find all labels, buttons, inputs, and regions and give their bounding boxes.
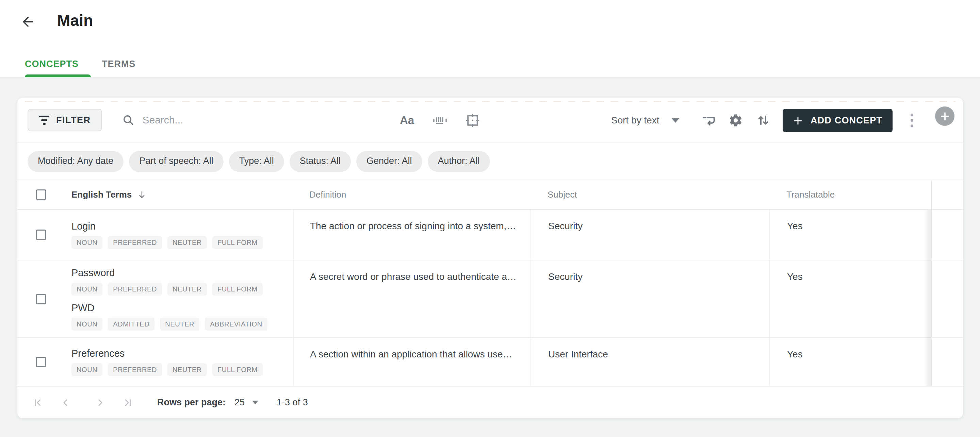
last-page-icon[interactable]: [120, 394, 136, 411]
back-button[interactable]: [19, 13, 37, 30]
term-status-tag: FULL FORM: [212, 236, 263, 249]
tab-bar: CONCEPTS TERMS: [25, 51, 136, 77]
term-text: PWD: [72, 302, 267, 313]
term-text: Login: [72, 221, 263, 232]
plus-icon: [793, 116, 803, 126]
column-header-subject[interactable]: Subject: [530, 180, 769, 209]
filter-chip[interactable]: Modified: Any date: [27, 151, 124, 172]
row-gutter: [931, 261, 963, 337]
filter-chip[interactable]: Type: All: [229, 151, 284, 172]
english-terms-cell[interactable]: PreferencesNOUNPREFERREDNEUTERFULL FORM: [18, 338, 293, 386]
plus-icon: [940, 111, 950, 121]
row-gutter: [931, 210, 963, 260]
arrow-down-icon: [137, 190, 147, 200]
wrap-text-icon[interactable]: [698, 98, 719, 143]
filter-chip[interactable]: Author: All: [428, 151, 490, 172]
translatable-cell: Yes: [769, 338, 931, 386]
tab-terms[interactable]: TERMS: [102, 51, 136, 77]
definition-cell: A secret word or phrase used to authenti…: [293, 261, 530, 337]
rows-per-page-label: Rows per page:: [157, 397, 226, 408]
toolbar: FILTER Aa Sort by text ADD CONCE: [18, 98, 963, 143]
subject-cell: Security: [530, 210, 769, 260]
table-body: LoginNOUNPREFERREDNEUTERFULL FORMThe act…: [18, 210, 963, 386]
term-status-tag: PREFERRED: [108, 283, 162, 296]
table-row: LoginNOUNPREFERREDNEUTERFULL FORMThe act…: [18, 210, 963, 261]
chevron-down-icon: [252, 400, 258, 404]
sort-by-dropdown[interactable]: Sort by text: [611, 98, 679, 143]
sort-by-label: Sort by text: [611, 115, 659, 126]
filter-chip-bar: Modified: Any datePart of speech: AllTyp…: [18, 143, 963, 180]
term-entry: LoginNOUNPREFERREDNEUTERFULL FORM: [72, 221, 263, 249]
terms-list: LoginNOUNPREFERREDNEUTERFULL FORM: [72, 221, 263, 249]
filter-chip[interactable]: Part of speech: All: [129, 151, 224, 172]
term-status-tag: ADMITTED: [108, 318, 154, 331]
row-checkbox[interactable]: [36, 357, 46, 367]
definition-cell: The action or process of signing into a …: [293, 210, 530, 260]
terms-list: PasswordNOUNPREFERREDNEUTERFULL FORMPWDN…: [72, 267, 267, 331]
term-entry: PreferencesNOUNPREFERREDNEUTERFULL FORM: [72, 348, 263, 376]
term-status-tag: NEUTER: [167, 236, 207, 249]
tab-concepts-label: CONCEPTS: [25, 59, 79, 69]
match-case-icon[interactable]: Aa: [397, 98, 417, 143]
search-icon: [122, 114, 135, 127]
row-gutter: [931, 338, 963, 386]
sort-arrows-icon[interactable]: [753, 98, 773, 143]
search-input[interactable]: [142, 114, 305, 126]
table-header-gutter: [931, 180, 963, 209]
term-status-tag: PREFERRED: [108, 236, 162, 249]
gear-icon[interactable]: [725, 98, 746, 143]
table-row: PasswordNOUNPREFERREDNEUTERFULL FORMPWDN…: [18, 261, 963, 338]
term-status-tag: FULL FORM: [212, 363, 263, 376]
term-status-tag: ABBREVIATION: [205, 318, 267, 331]
row-checkbox[interactable]: [36, 230, 46, 240]
filter-chip[interactable]: Status: All: [290, 151, 351, 172]
definition-cell: A section within an application that all…: [293, 338, 530, 386]
add-concept-label: ADD CONCEPT: [811, 115, 882, 126]
row-checkbox[interactable]: [36, 294, 46, 304]
table-header: English Terms Definition Subject Transla…: [18, 180, 963, 210]
barcode-icon[interactable]: [430, 98, 450, 143]
column-header-english-terms[interactable]: English Terms: [18, 180, 293, 209]
active-tab-indicator: [25, 75, 91, 77]
term-tags: NOUNPREFERREDNEUTERFULL FORM: [72, 283, 267, 296]
english-terms-cell[interactable]: PasswordNOUNPREFERREDNEUTERFULL FORMPWDN…: [18, 261, 293, 337]
column-header-definition[interactable]: Definition: [293, 180, 530, 209]
filter-icon: [39, 116, 49, 125]
pagination-range: 1-3 of 3: [277, 397, 308, 408]
term-text: Password: [72, 267, 267, 278]
first-page-icon[interactable]: [30, 394, 46, 411]
term-tags: NOUNADMITTEDNEUTERABBREVIATION: [72, 318, 267, 331]
subject-cell: Security: [530, 261, 769, 337]
crosshair-icon[interactable]: [463, 98, 483, 143]
select-all-checkbox[interactable]: [36, 189, 46, 200]
term-status-tag: NOUN: [72, 283, 102, 296]
term-status-tag: FULL FORM: [212, 283, 263, 296]
search-box: [122, 114, 305, 127]
subject-cell: User Interface: [530, 338, 769, 386]
term-status-tag: PREFERRED: [108, 363, 162, 376]
english-terms-cell[interactable]: LoginNOUNPREFERREDNEUTERFULL FORM: [18, 210, 293, 260]
page-title: Main: [57, 11, 93, 30]
filter-button[interactable]: FILTER: [27, 109, 102, 131]
rows-per-page-select[interactable]: 25: [234, 397, 258, 408]
page-header: Main CONCEPTS TERMS: [0, 0, 980, 77]
term-status-tag: NOUN: [72, 236, 102, 249]
term-status-tag: NEUTER: [167, 363, 207, 376]
prev-page-icon[interactable]: [57, 394, 73, 411]
more-vert-icon[interactable]: [904, 98, 920, 143]
add-circle-icon[interactable]: [935, 106, 955, 126]
column-header-translatable[interactable]: Translatable: [769, 180, 931, 209]
tab-concepts[interactable]: CONCEPTS: [25, 51, 91, 77]
add-concept-button[interactable]: ADD CONCEPT: [783, 109, 892, 132]
table-footer: Rows per page: 25 1-3 of 3: [18, 386, 963, 418]
next-page-icon[interactable]: [92, 394, 108, 411]
term-tags: NOUNPREFERREDNEUTERFULL FORM: [72, 363, 263, 376]
term-status-tag: NOUN: [72, 318, 102, 331]
translatable-cell: Yes: [769, 261, 931, 337]
translatable-cell: Yes: [769, 210, 931, 260]
chevron-down-icon: [672, 118, 679, 123]
concepts-panel: FILTER Aa Sort by text ADD CONCE: [18, 98, 963, 418]
filter-chip[interactable]: Gender: All: [356, 151, 422, 172]
term-entry: PWDNOUNADMITTEDNEUTERABBREVIATION: [72, 302, 267, 331]
term-status-tag: NEUTER: [167, 283, 207, 296]
